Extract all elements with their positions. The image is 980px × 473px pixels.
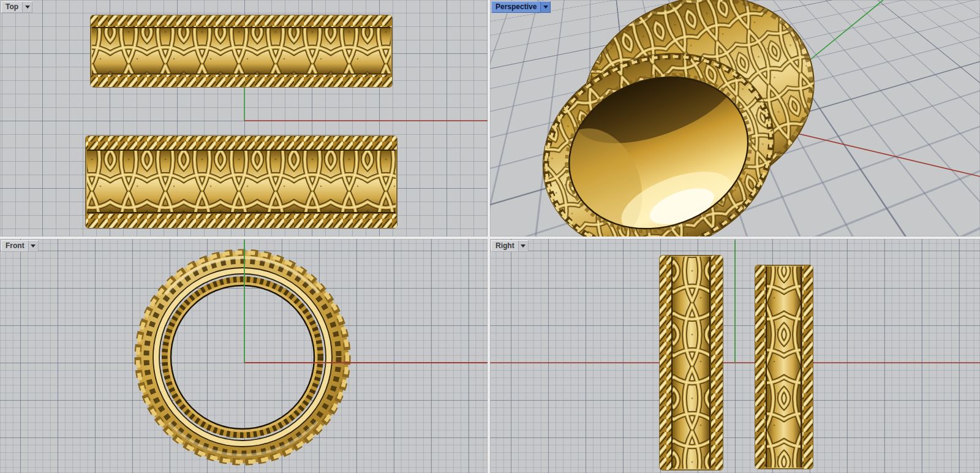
perspective-scene xyxy=(490,0,980,236)
viewport-title: Perspective xyxy=(492,2,540,12)
front-view-scene xyxy=(0,239,488,473)
viewport-title: Top xyxy=(2,2,22,12)
dropdown-arrow-icon[interactable] xyxy=(518,241,528,251)
viewport-right[interactable]: Right xyxy=(490,239,980,473)
viewport-label-front[interactable]: Front xyxy=(1,240,39,252)
down-triangle-icon xyxy=(25,6,30,9)
ring-model-top-view-far-band[interactable] xyxy=(91,15,392,87)
viewport-title: Right xyxy=(492,241,518,251)
dropdown-arrow-icon[interactable] xyxy=(540,2,550,12)
viewport-title: Front xyxy=(2,241,28,251)
viewport-label-perspective[interactable]: Perspective xyxy=(491,1,551,13)
viewport-top[interactable]: Top xyxy=(0,0,488,236)
dropdown-arrow-icon[interactable] xyxy=(22,2,32,12)
viewport-perspective[interactable]: Perspective xyxy=(490,0,980,236)
top-view-scene xyxy=(0,0,488,236)
ring-model-right-view-near-band[interactable] xyxy=(660,255,723,470)
down-triangle-icon xyxy=(521,244,526,248)
ring-model-right-view-far-band[interactable] xyxy=(755,265,813,469)
viewport-label-top[interactable]: Top xyxy=(1,1,32,13)
ring-model-top-view-near-band[interactable] xyxy=(86,136,397,228)
dropdown-arrow-icon[interactable] xyxy=(28,241,38,251)
viewport-front[interactable]: Front xyxy=(0,239,488,473)
viewport-label-right[interactable]: Right xyxy=(491,240,529,252)
ring-model-front-view[interactable] xyxy=(138,252,347,462)
right-view-scene xyxy=(490,239,980,473)
viewport-grid-canvas: Top xyxy=(0,0,980,473)
down-triangle-icon xyxy=(543,6,548,9)
down-triangle-icon xyxy=(31,244,36,248)
ring-model-perspective[interactable] xyxy=(501,0,856,236)
